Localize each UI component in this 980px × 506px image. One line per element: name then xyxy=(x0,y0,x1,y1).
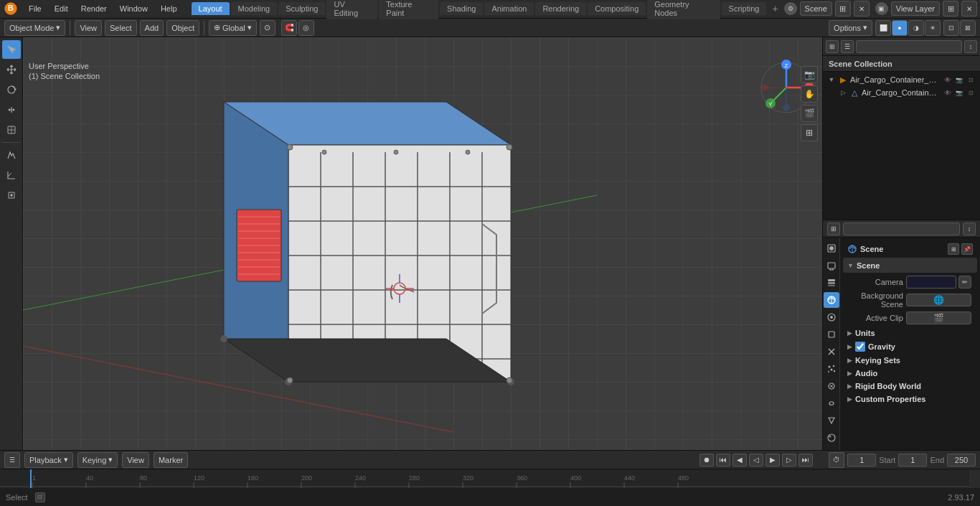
record-button[interactable]: ⏺ xyxy=(699,454,714,467)
units-section-header[interactable]: ▶ Units xyxy=(843,327,977,339)
hand-tool-button[interactable]: ✋ xyxy=(801,85,818,103)
scene-section-header[interactable]: ▼ Scene xyxy=(843,258,977,273)
tool-transform[interactable] xyxy=(2,121,21,139)
tab-modeling[interactable]: Modeling xyxy=(231,2,278,15)
tab-rendering[interactable]: Rendering xyxy=(535,2,586,15)
camera-view-button[interactable]: 📷 xyxy=(801,66,818,83)
prop-modifier-icon[interactable] xyxy=(824,344,839,360)
timeline-ruler[interactable]: 1 40 80 120 160 200 240 280 320 360 400 … xyxy=(0,469,980,488)
prop-render-icon[interactable] xyxy=(824,240,839,256)
tab-texture-paint[interactable]: Texture Paint xyxy=(379,0,438,19)
playback-menu[interactable]: Playback ▾ xyxy=(24,452,73,468)
keying-menu[interactable]: Keying ▾ xyxy=(77,452,118,468)
prop-output-icon[interactable] xyxy=(824,258,839,273)
object-mode-selector[interactable]: Object Mode ▾ xyxy=(4,20,65,36)
menu-render[interactable]: Render xyxy=(75,3,113,14)
prop-physics-icon[interactable] xyxy=(824,378,839,394)
prop-view-layer-icon[interactable] xyxy=(824,275,839,291)
prop-scene-icon[interactable] xyxy=(824,292,839,308)
proportional-edit-button[interactable]: ◎ xyxy=(298,20,314,36)
start-frame-input[interactable]: 1 xyxy=(898,454,927,467)
prop-particles-icon[interactable] xyxy=(824,361,839,377)
view-menu-timeline[interactable]: View xyxy=(122,452,149,468)
wireframe-mode[interactable]: ⬜ xyxy=(875,20,891,36)
prop-data-icon[interactable] xyxy=(824,413,839,428)
view-menu[interactable]: View xyxy=(75,20,102,36)
new-view-layer-button[interactable]: ⊞ xyxy=(943,1,958,17)
xray-button[interactable]: ⊠ xyxy=(960,20,976,36)
tab-uv-editing[interactable]: UV Editing xyxy=(326,0,377,19)
menu-window[interactable]: Window xyxy=(114,3,154,14)
outliner-render-1[interactable]: ⊡ xyxy=(966,75,976,85)
menu-edit[interactable]: Edit xyxy=(49,3,74,14)
select-menu[interactable]: Select xyxy=(105,20,137,36)
outliner-camera-1[interactable]: 📷 xyxy=(954,75,964,85)
keying-sets-header[interactable]: ▶ Keying Sets xyxy=(843,355,977,366)
scene-options-btn[interactable]: ⊞ xyxy=(948,243,959,255)
properties-sort-button[interactable]: ↕ xyxy=(963,222,976,235)
outliner-sort-button[interactable]: ↕ xyxy=(964,40,977,53)
gravity-checkbox[interactable] xyxy=(855,342,865,352)
tool-add[interactable] xyxy=(2,186,21,205)
menu-file[interactable]: File xyxy=(23,3,47,14)
marker-menu[interactable]: Marker xyxy=(154,452,188,468)
prop-material-icon[interactable] xyxy=(824,430,839,446)
custom-properties-header[interactable]: ▶ Custom Properties xyxy=(843,393,977,405)
active-clip-field[interactable]: 🎬 xyxy=(906,311,971,324)
outliner-item-container[interactable]: ▼ ▶ Air_Cargo_Container_ULD_LC 👁 📷 ⊡ xyxy=(824,73,979,86)
end-frame-input[interactable]: 250 xyxy=(947,454,976,467)
scene-options-button[interactable]: ✕ xyxy=(854,1,870,17)
rigid-body-world-header[interactable]: ▶ Rigid Body World xyxy=(843,380,977,392)
outliner-hide-2[interactable]: 👁 xyxy=(943,88,953,98)
frame-options-button[interactable]: ⏱ xyxy=(829,452,844,468)
camera-color-field[interactable] xyxy=(906,276,956,289)
outliner-arrow-1[interactable]: ▼ xyxy=(827,75,836,84)
prop-world-icon[interactable] xyxy=(824,309,839,325)
options-button[interactable]: Options ▾ xyxy=(829,20,872,36)
3d-viewport[interactable]: User Perspective (1) Scene Collection Z … xyxy=(23,37,822,450)
audio-section-header[interactable]: ▶ Audio xyxy=(843,367,977,379)
film-view-button[interactable]: 🎬 xyxy=(801,105,818,122)
tool-scale[interactable] xyxy=(2,100,21,119)
tool-measure[interactable] xyxy=(2,166,21,184)
gravity-section-header[interactable]: ▶ Gravity xyxy=(843,340,977,353)
tab-compositing[interactable]: Compositing xyxy=(588,2,646,15)
tab-scripting[interactable]: Scripting xyxy=(722,2,767,15)
snap-button[interactable]: 🧲 xyxy=(281,20,297,36)
step-forward-button[interactable]: ▷ xyxy=(782,454,796,467)
add-workspace-button[interactable]: + xyxy=(768,1,782,16)
grid-view-button[interactable]: ⊞ xyxy=(801,124,818,141)
add-menu[interactable]: Add xyxy=(140,20,164,36)
tab-layout[interactable]: Layout xyxy=(192,2,230,15)
outliner-item-mesh[interactable]: ▷ △ Air_Cargo_Container_ULI 👁 📷 ⊡ xyxy=(824,86,979,99)
transform-global[interactable]: ⊕ Global ▾ xyxy=(209,20,257,36)
tool-annotate[interactable] xyxy=(2,146,21,164)
prop-object-icon[interactable] xyxy=(824,327,839,342)
current-frame-input[interactable]: 1 xyxy=(847,454,876,467)
outliner-filter-button[interactable]: ⊞ xyxy=(826,40,839,53)
tab-geometry-nodes[interactable]: Geometry Nodes xyxy=(647,0,720,19)
view-layer-options-button[interactable]: ✕ xyxy=(961,1,977,17)
transform-pivot[interactable]: ⊙ xyxy=(260,20,275,36)
outliner-render-2[interactable]: ⊡ xyxy=(966,88,976,98)
material-preview-mode[interactable]: ◑ xyxy=(908,20,924,36)
tool-cursor[interactable] xyxy=(2,40,21,59)
solid-mode[interactable]: ● xyxy=(892,20,908,36)
jump-to-end-button[interactable]: ⏭ xyxy=(798,454,813,467)
outliner-camera-2[interactable]: 📷 xyxy=(954,88,964,98)
object-menu[interactable]: Object xyxy=(166,20,199,36)
prop-constraints-icon[interactable] xyxy=(824,395,839,411)
scene-selector[interactable]: Scene xyxy=(800,1,832,16)
new-scene-button[interactable]: ⊞ xyxy=(835,1,851,17)
tab-shading[interactable]: Shading xyxy=(440,2,483,15)
scene-pin-btn[interactable]: 📌 xyxy=(961,243,973,255)
outliner-search-input[interactable] xyxy=(856,40,962,53)
tab-animation[interactable]: Animation xyxy=(484,2,534,15)
play-button[interactable]: ▶ xyxy=(765,454,780,467)
camera-picker-button[interactable]: ✏ xyxy=(958,276,971,289)
outliner-hide-1[interactable]: 👁 xyxy=(943,75,953,85)
timeline-scrollbar[interactable] xyxy=(970,469,980,488)
reverse-play-button[interactable]: ◁ xyxy=(749,454,763,467)
overlay-button[interactable]: ⊡ xyxy=(943,20,959,36)
tool-move[interactable] xyxy=(2,60,21,79)
